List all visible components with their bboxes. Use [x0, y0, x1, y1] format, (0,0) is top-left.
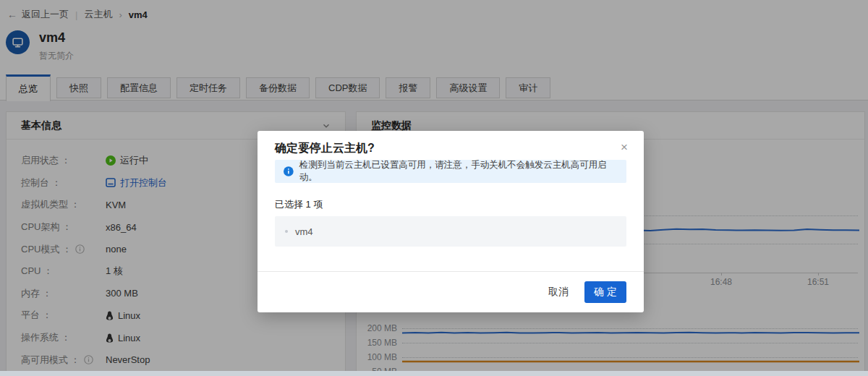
vm-item-name: vm4: [295, 226, 313, 237]
horizontal-scrollbar[interactable]: [0, 371, 868, 376]
vm-detail-page: ← 返回上一页 | 云主机 › vm4 vm4 暂无简介 总览 快照 配置信息 …: [0, 0, 868, 376]
bullet-icon: [285, 230, 288, 233]
info-circle-icon: [284, 166, 294, 176]
confirm-button[interactable]: 确 定: [584, 281, 626, 303]
ha-warning-alert: 检测到当前云主机已设置高可用，请注意，手动关机不会触发云主机高可用启动。: [275, 160, 626, 183]
cancel-button[interactable]: 取消: [548, 286, 569, 299]
selected-vm-item: vm4: [275, 216, 626, 247]
close-icon[interactable]: ×: [618, 138, 631, 156]
dialog-title: 确定要停止云主机?: [275, 141, 375, 156]
selected-count-label: 已选择 1 项: [275, 198, 323, 211]
stop-vm-dialog: 确定要停止云主机? × 检测到当前云主机已设置高可用，请注意，手动关机不会触发云…: [258, 131, 644, 312]
alert-text: 检测到当前云主机已设置高可用，请注意，手动关机不会触发云主机高可用启动。: [299, 159, 618, 184]
dialog-footer: 取消 确 定: [258, 271, 644, 312]
